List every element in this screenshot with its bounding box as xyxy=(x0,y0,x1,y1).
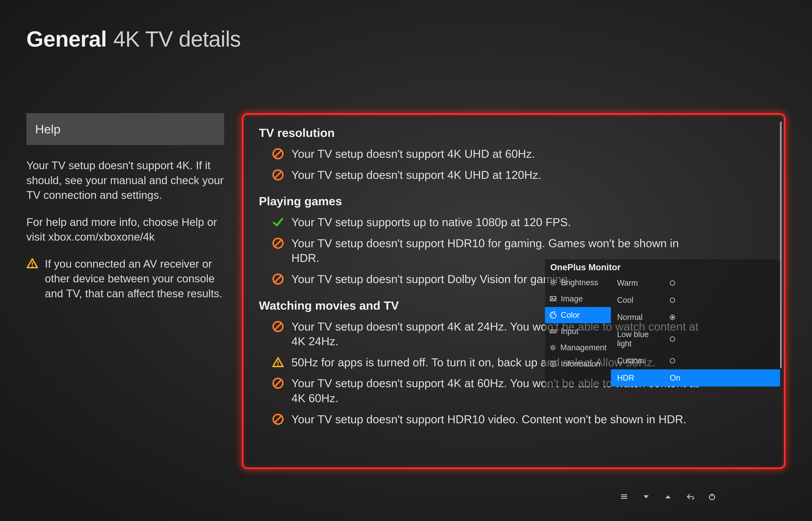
status-text: Your TV setup doesn't support Dolby Visi… xyxy=(291,272,571,287)
svg-line-7 xyxy=(275,240,281,247)
color-icon xyxy=(549,311,557,319)
not-supported-icon xyxy=(272,237,284,249)
svg-rect-48 xyxy=(621,494,627,495)
sidebar-paragraph-1: Your TV setup doesn't support 4K. If it … xyxy=(26,158,224,203)
osd-menu-label: Color xyxy=(561,311,580,320)
radio-icon xyxy=(670,297,675,303)
osd-option[interactable]: Custom xyxy=(611,352,780,369)
osd-option[interactable]: Normal xyxy=(611,309,780,326)
osd-down-icon[interactable] xyxy=(642,492,651,503)
svg-rect-12 xyxy=(277,361,279,364)
osd-option-label: HDR xyxy=(617,373,661,383)
svg-line-9 xyxy=(275,276,281,282)
svg-line-15 xyxy=(275,380,281,386)
osd-option[interactable]: Cool xyxy=(611,292,780,309)
svg-line-23 xyxy=(551,280,551,281)
osd-footer-controls xyxy=(620,492,716,503)
osd-up-icon[interactable] xyxy=(664,492,673,503)
not-supported-icon xyxy=(272,377,284,389)
svg-rect-52 xyxy=(712,494,713,497)
svg-line-3 xyxy=(275,151,281,157)
osd-back-icon[interactable] xyxy=(686,492,695,503)
osd-power-icon[interactable] xyxy=(707,492,716,503)
not-supported-icon xyxy=(272,321,284,333)
svg-rect-47 xyxy=(553,363,554,366)
osd-option[interactable]: HDROn xyxy=(611,369,780,386)
help-button[interactable]: Help xyxy=(26,113,224,145)
check-icon xyxy=(272,216,284,228)
svg-line-5 xyxy=(275,172,281,178)
sidebar-paragraph-2: For help and more info, choose Help or v… xyxy=(26,215,224,245)
osd-title: OnePlus Monitor xyxy=(545,259,780,274)
osd-menu-item-brightness[interactable]: Brightness xyxy=(545,274,611,291)
osd-option-value: On xyxy=(670,373,680,383)
breadcrumb: General 4K TV details xyxy=(26,26,786,52)
status-text: Your TV setup doesn't support 4K UHD at … xyxy=(291,146,535,161)
osd-menu-label: Information xyxy=(561,359,601,368)
brightness-icon xyxy=(549,279,557,286)
svg-rect-50 xyxy=(621,498,627,499)
status-row: Your TV setup doesn't support 4K UHD at … xyxy=(259,143,768,164)
svg-point-18 xyxy=(552,281,555,284)
osd-option-label: Normal xyxy=(617,313,661,322)
svg-point-13 xyxy=(277,365,279,366)
osd-option-label: Cool xyxy=(617,296,661,305)
svg-point-29 xyxy=(551,314,552,315)
not-supported-icon xyxy=(272,413,284,425)
not-supported-icon xyxy=(272,273,284,285)
status-row: Your TV setup doesn't support HDR10 vide… xyxy=(259,409,768,430)
osd-menu-item-information[interactable]: Information xyxy=(545,356,611,372)
information-icon xyxy=(549,360,557,368)
osd-menu-label: Brightness xyxy=(561,278,598,287)
monitor-osd: OnePlus Monitor BrightnessImageColorInpu… xyxy=(545,259,780,386)
warning-icon xyxy=(26,257,38,301)
status-text: Your TV setup doesn't support HDR10 vide… xyxy=(291,412,686,427)
osd-menu-item-color[interactable]: Color xyxy=(545,307,611,323)
osd-menu-item-input[interactable]: Input xyxy=(545,323,611,340)
osd-menu-list: BrightnessImageColorInputManagementInfor… xyxy=(545,274,611,386)
svg-line-11 xyxy=(275,323,281,330)
svg-line-24 xyxy=(555,284,556,285)
osd-menu-label: Image xyxy=(561,294,583,303)
image-icon xyxy=(549,295,557,302)
svg-point-31 xyxy=(551,316,552,317)
svg-rect-34 xyxy=(553,331,554,332)
osd-option[interactable]: Low blue light xyxy=(611,326,780,352)
osd-option-label: Low blue light xyxy=(617,330,661,348)
svg-line-41 xyxy=(551,346,552,346)
status-row: Your TV setup supports up to native 1080… xyxy=(259,212,768,233)
osd-option[interactable]: Warm xyxy=(611,274,780,292)
status-row: Your TV setup doesn't support 4K UHD at … xyxy=(259,164,768,186)
osd-menu-label: Management xyxy=(560,343,607,352)
svg-line-43 xyxy=(551,349,552,350)
warning-icon xyxy=(272,357,284,368)
radio-icon xyxy=(670,280,675,286)
status-text: Your TV setup doesn't support 4K UHD at … xyxy=(291,168,541,183)
not-supported-icon xyxy=(272,169,284,181)
scrollbar-thumb[interactable] xyxy=(780,121,782,368)
svg-point-36 xyxy=(551,346,554,349)
sidebar: Help Your TV setup doesn't support 4K. I… xyxy=(26,113,224,301)
management-icon xyxy=(549,344,557,352)
svg-rect-33 xyxy=(551,331,552,332)
svg-line-42 xyxy=(554,349,555,350)
radio-icon xyxy=(670,336,675,342)
svg-point-30 xyxy=(552,313,553,314)
status-text: Your TV setup supports up to native 1080… xyxy=(291,215,571,230)
svg-line-25 xyxy=(551,284,551,285)
svg-point-1 xyxy=(32,266,33,267)
sidebar-warning-text: If you connected an AV receiver or other… xyxy=(45,257,224,301)
svg-line-17 xyxy=(275,416,281,423)
osd-menu-item-management[interactable]: Management xyxy=(545,340,611,356)
osd-menu-icon[interactable] xyxy=(620,492,629,503)
radio-icon xyxy=(670,315,675,320)
osd-option-label: Custom xyxy=(617,356,661,365)
svg-rect-35 xyxy=(554,331,555,332)
radio-icon xyxy=(670,358,675,363)
svg-point-46 xyxy=(553,362,554,363)
section-heading: Playing games xyxy=(259,194,768,208)
svg-line-26 xyxy=(555,280,556,281)
osd-menu-item-image[interactable]: Image xyxy=(545,291,611,307)
not-supported-icon xyxy=(272,148,284,160)
svg-rect-49 xyxy=(621,496,627,497)
